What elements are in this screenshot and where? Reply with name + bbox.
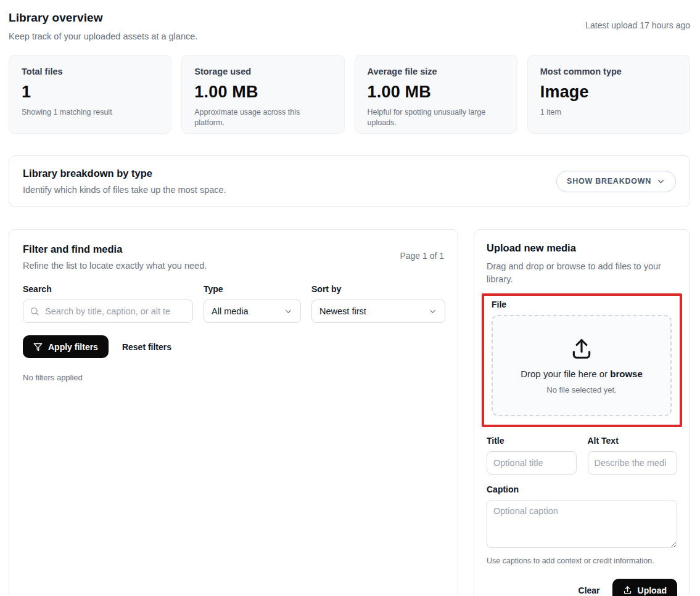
upload-panel: Upload new media Drag and drop or browse…	[474, 229, 690, 596]
upload-button-label: Upload	[638, 586, 667, 595]
stat-label: Total files	[22, 67, 159, 76]
caption-hint: Use captions to add context or credit in…	[487, 557, 677, 565]
upload-icon	[623, 586, 632, 595]
page-subtitle: Keep track of your uploaded assets at a …	[9, 31, 197, 41]
apply-filters-button[interactable]: Apply filters	[23, 335, 109, 358]
reset-filters-button[interactable]: Reset filters	[122, 342, 171, 352]
page-header: Library overview Keep track of your uplo…	[9, 11, 690, 41]
annotation-highlight-box: File Drop your file here or browse No fi…	[482, 293, 682, 427]
alt-text-input[interactable]	[588, 451, 678, 475]
library-page: Library overview Keep track of your uplo…	[0, 0, 700, 596]
main-content: Filter and find media Refine the list to…	[9, 229, 690, 596]
page-indicator: Page 1 of 1	[400, 251, 444, 261]
filter-fields-row: Search Type All media Sort by	[23, 284, 444, 323]
chevron-down-icon	[656, 177, 665, 186]
sort-label: Sort by	[311, 284, 445, 294]
dropzone-text: Drop your file here or browse	[521, 369, 643, 379]
alt-text-label: Alt Text	[588, 436, 678, 446]
search-field-group: Search	[23, 284, 193, 323]
upload-title: Upload new media	[487, 242, 677, 254]
stat-description: Approximate usage across this platform.	[194, 107, 331, 128]
search-input-wrap	[23, 300, 193, 323]
show-breakdown-button[interactable]: SHOW BREAKDOWN	[556, 171, 676, 192]
breakdown-text: Library breakdown by type Identify which…	[23, 168, 226, 195]
stat-card-average-file-size: Average file size 1.00 MB Helpful for sp…	[355, 55, 517, 134]
alt-text-field-group: Alt Text	[588, 436, 678, 475]
filter-panel-header: Filter and find media Refine the list to…	[23, 243, 444, 271]
upload-subtitle: Drag and drop or browse to add files to …	[487, 260, 677, 286]
caption-textarea[interactable]	[487, 500, 677, 548]
breakdown-subtitle: Identify which kinds of files take up th…	[23, 185, 226, 195]
type-field-group: Type All media	[204, 284, 301, 323]
caption-field-group: Caption	[487, 484, 677, 550]
upload-meta-fields: Title Alt Text	[487, 436, 677, 475]
filter-status: No filters applied	[23, 373, 444, 382]
stat-card-storage-used: Storage used 1.00 MB Approximate usage a…	[181, 55, 344, 134]
stat-value: 1.00 MB	[194, 83, 331, 102]
caption-label: Caption	[487, 484, 677, 494]
chevron-down-icon	[284, 307, 293, 316]
filter-panel: Filter and find media Refine the list to…	[9, 229, 458, 596]
filter-title: Filter and find media	[23, 243, 207, 255]
file-dropzone[interactable]: Drop your file here or browse No file se…	[492, 315, 672, 416]
search-icon	[30, 306, 39, 316]
upload-button[interactable]: Upload	[612, 579, 677, 596]
stat-value: 1	[22, 83, 159, 102]
search-label: Search	[23, 284, 193, 294]
type-select-value: All media	[212, 306, 249, 316]
stat-description: Showing 1 matching result	[22, 107, 159, 118]
header-text: Library overview Keep track of your uplo…	[9, 11, 197, 41]
apply-filters-label: Apply filters	[48, 342, 98, 352]
stat-value: Image	[540, 83, 677, 102]
show-breakdown-label: SHOW BREAKDOWN	[567, 177, 651, 186]
stat-label: Average file size	[368, 67, 504, 76]
dropzone-text-plain: Drop your file here or	[521, 369, 610, 379]
title-field-group: Title	[487, 436, 577, 475]
upload-icon	[570, 337, 593, 361]
upload-actions: Clear Upload	[487, 579, 677, 596]
filter-header-text: Filter and find media Refine the list to…	[23, 243, 207, 271]
stat-value: 1.00 MB	[368, 83, 504, 102]
type-select[interactable]: All media	[204, 300, 301, 323]
file-label: File	[492, 300, 672, 309]
page-title: Library overview	[9, 11, 197, 25]
breakdown-section: Library breakdown by type Identify which…	[9, 155, 690, 207]
sort-field-group: Sort by Newest first	[311, 284, 445, 323]
stat-description: 1 item	[540, 107, 677, 118]
title-label: Title	[487, 436, 577, 446]
browse-link[interactable]: browse	[610, 369, 643, 379]
filter-subtitle: Refine the list to locate exactly what y…	[23, 261, 207, 271]
sort-select[interactable]: Newest first	[311, 300, 445, 323]
title-input[interactable]	[487, 451, 577, 475]
stats-row: Total files 1 Showing 1 matching result …	[9, 55, 690, 134]
chevron-down-icon	[428, 307, 437, 316]
type-label: Type	[204, 284, 301, 294]
search-input[interactable]	[23, 300, 193, 323]
stat-card-total-files: Total files 1 Showing 1 matching result	[9, 55, 171, 134]
breakdown-title: Library breakdown by type	[23, 168, 226, 179]
stat-description: Helpful for spotting unusually large upl…	[368, 107, 491, 128]
filter-actions: Apply filters Reset filters	[23, 335, 444, 358]
dropzone-status: No file selected yet.	[546, 385, 616, 394]
stat-label: Storage used	[194, 67, 331, 76]
sort-select-value: Newest first	[319, 306, 366, 316]
stat-card-most-common-type: Most common type Image 1 item	[527, 55, 690, 134]
latest-upload-status: Latest upload 17 hours ago	[585, 20, 690, 30]
stat-label: Most common type	[540, 67, 677, 76]
clear-button[interactable]: Clear	[579, 586, 600, 595]
filter-funnel-icon	[33, 342, 43, 351]
